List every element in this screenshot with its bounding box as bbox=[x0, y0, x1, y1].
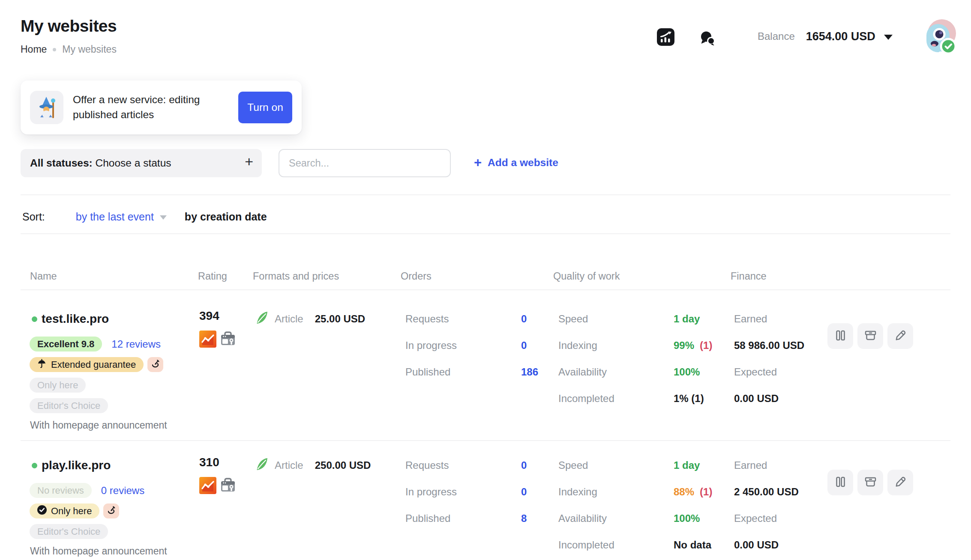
add-website-label: Add a website bbox=[488, 157, 558, 169]
chat-button[interactable] bbox=[699, 30, 716, 47]
only-here-badge: Only here bbox=[30, 503, 99, 518]
quality-indexing-value: 99% bbox=[674, 340, 694, 351]
row-actions bbox=[827, 470, 913, 495]
archive-box-icon bbox=[864, 476, 877, 489]
chat-bubbles-icon bbox=[699, 41, 716, 47]
promotion-dart-chip[interactable] bbox=[103, 503, 119, 518]
orders-inprogress-value[interactable]: 0 bbox=[521, 486, 527, 498]
orders-published-value[interactable]: 186 bbox=[521, 366, 538, 378]
column-header-quality: Quality of work bbox=[553, 271, 620, 282]
turn-on-button[interactable]: Turn on bbox=[238, 92, 292, 123]
format-price: 250.00 USD bbox=[315, 459, 371, 471]
pencil-edit-icon bbox=[894, 329, 907, 343]
promo-banner-text: Offer a new service: editing published a… bbox=[73, 92, 231, 122]
quality-incompleted-value: No data bbox=[674, 539, 711, 551]
breadcrumb-current: My websites bbox=[62, 44, 117, 55]
divider bbox=[21, 233, 950, 234]
guarantee-badge: Extended guarantee bbox=[30, 357, 144, 372]
check-circle-icon bbox=[37, 505, 47, 517]
orders-inprogress-label: In progress bbox=[405, 340, 521, 351]
quality-speed-value: 1 day bbox=[674, 459, 700, 471]
breadcrumb: Home My websites bbox=[21, 44, 117, 55]
pause-icon bbox=[835, 330, 846, 343]
search-input[interactable] bbox=[279, 149, 451, 177]
page-title: My websites bbox=[21, 16, 117, 36]
format-price: 25.00 USD bbox=[315, 313, 365, 325]
row-actions bbox=[827, 323, 913, 349]
quality-speed-value: 1 day bbox=[674, 313, 700, 325]
edit-button[interactable] bbox=[887, 470, 913, 495]
rating-value: 310 bbox=[199, 456, 236, 469]
divider bbox=[21, 289, 950, 290]
sort-option-creation-date[interactable]: by creation date bbox=[185, 211, 267, 223]
name-cell: play.like.pro No reviews 0 reviews Only … bbox=[21, 458, 205, 557]
site-name-link[interactable]: play.like.pro bbox=[32, 458, 205, 473]
rating-cell: 394 bbox=[199, 309, 236, 349]
feather-icon bbox=[255, 310, 269, 328]
breadcrumb-home-link[interactable]: Home bbox=[21, 44, 47, 55]
reviews-link[interactable]: 12 reviews bbox=[111, 338, 161, 350]
promotion-dart-chip[interactable] bbox=[147, 357, 163, 372]
webmaster-toolbox-icon[interactable] bbox=[220, 477, 236, 496]
quality-indexing-label: Indexing bbox=[558, 340, 674, 351]
balance-label: Balance bbox=[758, 30, 795, 42]
format-type: Article bbox=[275, 313, 303, 325]
orders-published-value[interactable]: 8 bbox=[521, 512, 527, 524]
balance-value: 1654.00 USD bbox=[806, 30, 875, 43]
stats-bar-chart-icon bbox=[657, 41, 674, 47]
site-name-link[interactable]: test.like.pro bbox=[32, 312, 205, 326]
orders-inprogress-value[interactable]: 0 bbox=[521, 340, 527, 351]
column-header-name: Name bbox=[30, 271, 57, 282]
column-header-rating: Rating bbox=[198, 271, 227, 282]
status-filter[interactable]: All statuses: Choose a status + bbox=[21, 149, 262, 177]
edit-button[interactable] bbox=[887, 323, 913, 349]
only-here-badge-inactive: Only here bbox=[30, 378, 86, 393]
format-type: Article bbox=[275, 459, 303, 471]
quality-cell: Speed1 day Indexing88%(1) Availability10… bbox=[558, 452, 712, 558]
search-box bbox=[279, 149, 451, 177]
sort-option-last-event[interactable]: by the last event bbox=[76, 211, 154, 223]
analytics-chart-icon[interactable] bbox=[199, 477, 216, 496]
quality-indexing-count: (1) bbox=[700, 486, 712, 498]
my-websites-page: My websites Home My websites Balance 165… bbox=[0, 0, 971, 560]
finance-cell: Earned 58 986.00 USD Expected 0.00 USD bbox=[734, 306, 804, 412]
archive-button[interactable] bbox=[857, 323, 883, 349]
webmaster-toolbox-icon[interactable] bbox=[220, 331, 236, 349]
quality-availability-value: 100% bbox=[674, 366, 700, 378]
orders-requests-value[interactable]: 0 bbox=[521, 459, 527, 471]
finance-expected-label: Expected bbox=[734, 366, 777, 378]
orders-inprogress-label: In progress bbox=[405, 486, 521, 498]
pause-button[interactable] bbox=[827, 470, 853, 495]
user-avatar[interactable] bbox=[920, 17, 958, 58]
orders-cell: Requests0 In progress0 Published8 bbox=[405, 452, 527, 532]
analytics-chart-icon[interactable] bbox=[199, 331, 216, 349]
rating-cell: 310 bbox=[199, 456, 236, 496]
chevron-down-icon bbox=[884, 35, 893, 40]
sort-row: Sort: by the last event by creation date bbox=[22, 210, 267, 223]
pause-button[interactable] bbox=[827, 323, 853, 349]
balance-dropdown[interactable]: Balance 1654.00 USD bbox=[758, 28, 893, 45]
finance-expected-label: Expected bbox=[734, 512, 777, 524]
dart-target-icon bbox=[107, 506, 116, 516]
archive-box-icon bbox=[864, 329, 877, 343]
rating-value: 394 bbox=[199, 309, 236, 323]
orders-published-label: Published bbox=[405, 512, 521, 524]
orders-requests-value[interactable]: 0 bbox=[521, 313, 527, 325]
finance-earned-label: Earned bbox=[734, 313, 767, 325]
green-check-badge bbox=[941, 39, 956, 54]
umbrella-icon bbox=[37, 359, 46, 371]
stats-button[interactable] bbox=[657, 28, 674, 47]
quality-availability-value: 100% bbox=[674, 512, 700, 524]
table-row: test.like.pro Excellent 9.8 12 reviews E… bbox=[0, 300, 971, 441]
column-header-formats: Formats and prices bbox=[253, 271, 339, 282]
rating-badge: Excellent 9.8 bbox=[30, 337, 102, 351]
wizard-icon bbox=[30, 91, 63, 124]
announcement-note: With homepage announcement bbox=[30, 545, 205, 557]
reviews-link[interactable]: 0 reviews bbox=[101, 485, 144, 497]
orders-published-label: Published bbox=[405, 366, 521, 378]
quality-availability-label: Availability bbox=[558, 512, 674, 524]
sort-label: Sort: bbox=[22, 211, 45, 223]
add-website-button[interactable]: + Add a website bbox=[474, 156, 558, 169]
archive-button[interactable] bbox=[857, 470, 883, 495]
plus-icon: + bbox=[474, 156, 482, 169]
